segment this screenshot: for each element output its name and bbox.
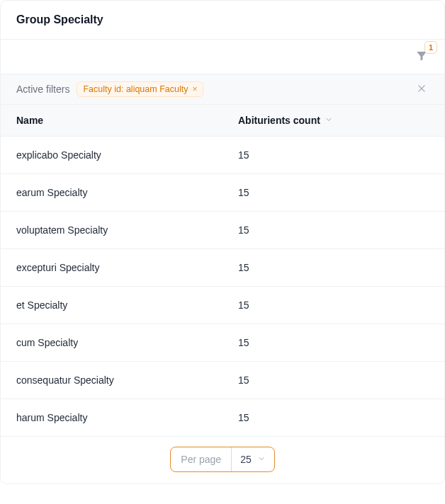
table-row[interactable]: consequatur Specialty15 — [1, 362, 444, 399]
group-specialty-card: Group Specialty 1 Active filters Faculty… — [0, 0, 445, 484]
table-row[interactable]: harum Specialty15 — [1, 399, 444, 437]
cell-name: harum Specialty — [1, 399, 222, 437]
per-page-select[interactable]: 25 — [232, 447, 274, 471]
active-filters-bar: Active filters Faculty id: aliquam Facul… — [1, 74, 444, 105]
filter-count-badge: 1 — [424, 41, 437, 54]
table-row[interactable]: voluptatem Specialty15 — [1, 212, 444, 249]
chevron-down-icon — [325, 115, 333, 126]
filter-chip-text: Faculty id: aliquam Faculty — [83, 84, 188, 94]
column-header-count-label: Abiturients count — [238, 115, 320, 126]
cell-name: excepturi Specialty — [1, 249, 222, 287]
cell-count: 15 — [222, 362, 444, 399]
per-page-value: 25 — [240, 454, 252, 465]
cell-count: 15 — [222, 287, 444, 324]
specialty-table: Name Abiturients count explicabo Special… — [1, 105, 444, 437]
cell-name: earum Specialty — [1, 174, 222, 212]
page-title: Group Specialty — [16, 13, 103, 25]
table-header-row: Name Abiturients count — [1, 105, 444, 137]
per-page-label: Per page — [171, 447, 232, 471]
cell-name: explicabo Specialty — [1, 137, 222, 174]
filter-button[interactable]: 1 — [412, 47, 432, 67]
chevron-down-icon — [257, 454, 266, 465]
column-header-name-label: Name — [16, 115, 43, 126]
column-header-count[interactable]: Abiturients count — [222, 105, 444, 137]
clear-filters-button[interactable] — [415, 82, 429, 96]
cell-name: et Specialty — [1, 287, 222, 324]
table-row[interactable]: cum Specialty15 — [1, 324, 444, 362]
table-row[interactable]: et Specialty15 — [1, 287, 444, 324]
per-page-control: Per page 25 — [170, 447, 274, 472]
active-filters-label: Active filters — [16, 84, 69, 95]
cell-count: 15 — [222, 137, 444, 174]
cell-name: cum Specialty — [1, 324, 222, 362]
table-row[interactable]: earum Specialty15 — [1, 174, 444, 212]
remove-chip-icon[interactable]: × — [192, 85, 197, 93]
cell-name: consequatur Specialty — [1, 362, 222, 399]
cell-count: 15 — [222, 212, 444, 249]
toolbar: 1 — [1, 40, 444, 74]
cell-count: 15 — [222, 399, 444, 437]
cell-name: voluptatem Specialty — [1, 212, 222, 249]
column-header-name[interactable]: Name — [1, 105, 222, 137]
close-icon — [417, 84, 427, 96]
card-header: Group Specialty — [1, 1, 444, 40]
table-row[interactable]: excepturi Specialty15 — [1, 249, 444, 287]
cell-count: 15 — [222, 249, 444, 287]
table-row[interactable]: explicabo Specialty15 — [1, 137, 444, 174]
cell-count: 15 — [222, 324, 444, 362]
filter-chip: Faculty id: aliquam Faculty × — [77, 81, 203, 97]
pagination-bar: Per page 25 — [1, 437, 444, 483]
cell-count: 15 — [222, 174, 444, 212]
